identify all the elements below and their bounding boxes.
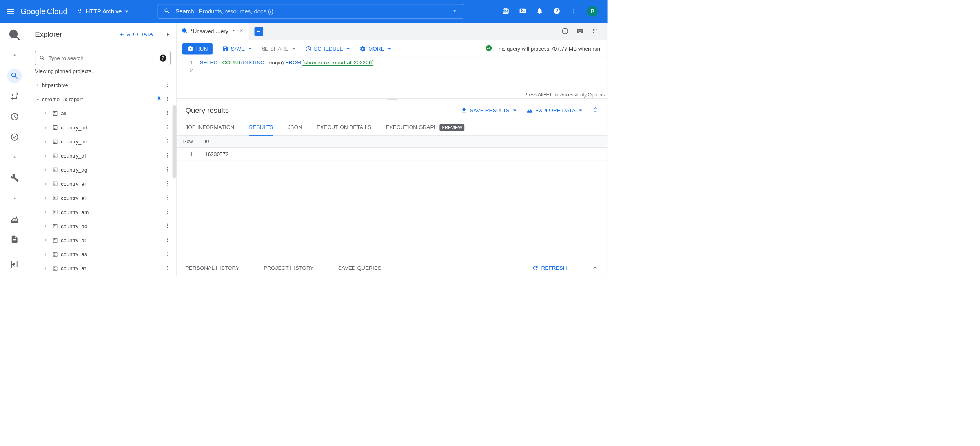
chevron-down-icon[interactable]	[451, 7, 458, 15]
sql-editor[interactable]: 1 2 SELECT COUNT(DISTINCT origin) FROM `…	[177, 57, 608, 98]
expand-icon[interactable]	[34, 83, 42, 87]
tree-dataset[interactable]: country_ai	[29, 177, 176, 191]
expand-icon[interactable]	[42, 224, 50, 228]
search-input[interactable]	[199, 8, 446, 15]
expand-icon[interactable]	[42, 153, 50, 158]
svg-point-85	[56, 239, 56, 240]
tree-dataset[interactable]: all	[29, 107, 176, 121]
scrollbar-thumb[interactable]	[173, 105, 177, 178]
expand-icon[interactable]	[42, 125, 50, 130]
help-icon[interactable]	[553, 7, 561, 16]
tree-dataset[interactable]: country_af	[29, 149, 176, 163]
more-vert-icon[interactable]	[165, 223, 171, 230]
expand-icon[interactable]	[42, 181, 50, 186]
tab-saved-queries[interactable]: SAVED QUERIES	[338, 265, 381, 271]
tab-personal-history[interactable]: PERSONAL HISTORY	[185, 265, 239, 271]
tree-dataset[interactable]: country_ag	[29, 163, 176, 177]
tab-execution-details[interactable]: EXECUTION DETAILS	[317, 120, 371, 136]
tree-dataset[interactable]: country_as	[29, 247, 176, 261]
notifications-icon[interactable]	[536, 7, 543, 16]
tree-project[interactable]: httparchive	[29, 78, 176, 92]
run-button[interactable]: RUN	[182, 43, 213, 54]
gift-icon[interactable]	[502, 7, 510, 16]
explorer-tree[interactable]: httparchive chrome-ux-report all country…	[29, 78, 176, 277]
tree-dataset[interactable]: country_ao	[29, 219, 176, 233]
explorer-search-box[interactable]: ?	[35, 51, 170, 65]
tree-dataset[interactable]: country_al	[29, 191, 176, 205]
expand-icon[interactable]	[42, 252, 50, 257]
tree-dataset[interactable]: country_at	[29, 261, 176, 276]
refresh-button[interactable]: REFRESH	[532, 265, 567, 271]
expand-icon[interactable]	[42, 210, 50, 214]
tab-project-history[interactable]: PROJECT HISTORY	[264, 265, 313, 271]
tree-dataset[interactable]: country_ae	[29, 134, 176, 149]
expand-icon[interactable]	[42, 139, 50, 144]
more-vert-icon[interactable]	[165, 181, 171, 187]
rail-bi-engine-icon[interactable]	[7, 211, 22, 226]
new-tab-button[interactable]	[255, 27, 263, 36]
user-avatar[interactable]: B	[587, 6, 598, 17]
tab-json[interactable]: JSON	[288, 120, 302, 136]
more-vert-icon[interactable]	[570, 7, 577, 16]
expand-icon[interactable]	[42, 167, 50, 172]
more-vert-icon[interactable]	[165, 110, 171, 117]
hamburger-menu-icon[interactable]	[6, 7, 16, 16]
expand-icon[interactable]	[42, 196, 50, 200]
search-help-icon[interactable]: ?	[160, 55, 166, 62]
cloud-shell-icon[interactable]	[519, 7, 526, 16]
editor-tab[interactable]: *Unsaved …ery	[177, 23, 249, 40]
collapse-icon[interactable]	[34, 97, 42, 102]
more-vert-icon[interactable]	[165, 209, 171, 216]
keyboard-icon[interactable]	[576, 27, 584, 36]
schedule-button[interactable]: SCHEDULE	[305, 45, 350, 52]
unfold-results-icon[interactable]	[592, 107, 599, 114]
fullscreen-icon[interactable]	[592, 27, 599, 36]
rail-capacity-icon[interactable]	[7, 232, 22, 246]
tab-job-information[interactable]: JOB INFORMATION	[185, 120, 234, 136]
tab-dropdown-icon[interactable]	[231, 28, 236, 34]
explorer-search-input[interactable]	[48, 55, 157, 61]
rail-settings-icon[interactable]	[7, 170, 22, 185]
tab-execution-graph[interactable]: EXECUTION GRAPH PREVIEW	[386, 120, 465, 136]
more-vert-icon[interactable]	[165, 138, 171, 145]
tab-results[interactable]: RESULTS	[249, 120, 273, 136]
code-area[interactable]: SELECT COUNT(DISTINCT origin) FROM `chro…	[196, 57, 377, 98]
explore-data-button[interactable]: EXPLORE DATA	[526, 107, 583, 114]
table-row[interactable]: 1 16230572	[177, 148, 608, 161]
collapse-explorer-button[interactable]	[161, 29, 171, 39]
expand-icon[interactable]	[42, 266, 50, 271]
more-vert-icon[interactable]	[165, 96, 171, 103]
save-results-button[interactable]: SAVE RESULTS	[461, 107, 516, 114]
rail-analytics-icon[interactable]	[7, 130, 22, 144]
more-vert-icon[interactable]	[165, 82, 171, 89]
rail-scheduled-icon[interactable]	[7, 109, 22, 124]
tree-dataset[interactable]: country_ar	[29, 233, 176, 247]
more-vert-icon[interactable]	[165, 265, 171, 272]
more-vert-icon[interactable]	[165, 237, 171, 244]
info-icon[interactable]	[561, 27, 569, 36]
expand-icon[interactable]	[42, 111, 50, 116]
rail-expand-icon[interactable]	[7, 257, 22, 272]
more-vert-icon[interactable]	[165, 152, 171, 159]
search-box[interactable]: Search	[158, 4, 464, 19]
save-button[interactable]: SAVE	[222, 45, 251, 52]
tree-dataset[interactable]: country_ad	[29, 121, 176, 135]
close-icon[interactable]	[239, 28, 244, 34]
more-vert-icon[interactable]	[165, 167, 171, 173]
more-vert-icon[interactable]	[165, 195, 171, 201]
google-cloud-logo[interactable]: Google Cloud	[20, 7, 67, 16]
rail-transfer-icon[interactable]	[7, 89, 22, 103]
tree-project[interactable]: chrome-ux-report	[29, 92, 176, 107]
expand-icon[interactable]	[42, 238, 50, 243]
share-button[interactable]: SHARE	[261, 45, 295, 52]
more-vert-icon[interactable]	[165, 124, 171, 131]
tree-dataset[interactable]: country_am	[29, 205, 176, 219]
add-data-button[interactable]: ADD DATA	[118, 31, 158, 38]
expand-history-icon[interactable]	[591, 263, 599, 272]
more-button[interactable]: MORE	[360, 45, 392, 52]
project-selector[interactable]: HTTP Archive	[72, 8, 133, 15]
rail-sql-workspace-icon[interactable]	[7, 69, 22, 83]
bigquery-icon[interactable]	[7, 28, 22, 42]
more-vert-icon[interactable]	[165, 251, 171, 257]
pin-icon[interactable]	[157, 96, 162, 103]
